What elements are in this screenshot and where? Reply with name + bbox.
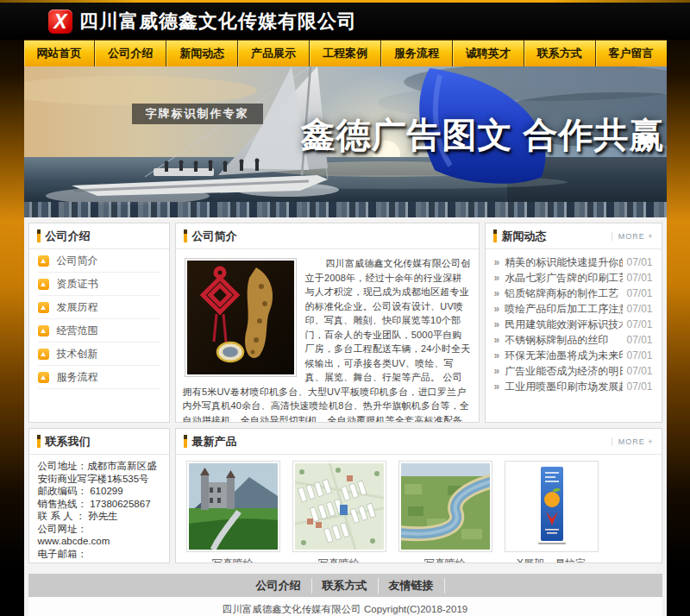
contact-line: 联 系 人 ： 孙先生 (38, 510, 160, 523)
footer-link[interactable]: 友情链接 (379, 578, 445, 594)
news-item-date: 07/01 (626, 380, 652, 393)
news-item-date: 07/01 (626, 256, 652, 268)
contact-line: 电子邮箱： (38, 548, 160, 561)
company-logo-icon[interactable]: X (48, 9, 72, 34)
nav-item-label: 公司介绍 (108, 47, 153, 60)
nav-item-label: 新闻动态 (179, 47, 224, 60)
sidebar-item-label: 服务流程 (57, 370, 98, 385)
company-name[interactable]: 四川富威德鑫文化传媒有限公司 (79, 9, 357, 35)
news-item[interactable]: » 广告业能否成为经济的明日 07/01 (494, 363, 653, 379)
news-item-title: 不锈钢标牌制品的丝印 (505, 333, 623, 348)
nav-item-label: 诚聘英才 (466, 47, 511, 60)
double-arrow-bullet-icon: » (494, 256, 500, 268)
chinese-knot-photo (185, 258, 297, 377)
footer-link[interactable]: 公司介绍 (246, 578, 312, 594)
nav-item-label: 工程案例 (323, 47, 367, 60)
site-header: X 四川富威德鑫文化传媒有限公司 (0, 3, 690, 40)
news-item[interactable]: » 精美的标识能快速提升你的 07/01 (494, 255, 653, 270)
news-item-title: 铝质铭牌商标的制作工艺 (505, 286, 623, 301)
castle-landscape-photo (186, 461, 280, 552)
content-row-2: 联系我们 公司地址：成都市高新区盛安街商业写字楼1栋535号 邮政编码： 610… (28, 428, 662, 563)
contact-line: 公司地址：成都市高新区盛安街商业写字楼1栋535号 (38, 460, 160, 485)
news-more-link[interactable]: MORE + (612, 232, 654, 241)
sidebar-menu-item[interactable]: 资质证书 (38, 273, 160, 296)
nav-item[interactable]: 新闻动态 (166, 41, 237, 66)
product-caption: 写真喷绘 (186, 556, 280, 563)
double-arrow-bullet-icon: » (494, 318, 500, 330)
sidebar-menu: 公司简介 资质证书 发展历程 (29, 249, 169, 389)
product-item[interactable]: X展架、易拉宝 (505, 461, 599, 563)
nav-item[interactable]: 联系方式 (524, 41, 595, 66)
nav-item[interactable]: 客户留言 (595, 41, 667, 66)
news-item-date: 07/01 (626, 334, 652, 346)
news-item[interactable]: » 不锈钢标牌制品的丝印 07/01 (494, 332, 653, 348)
news-item[interactable]: » 民用建筑能效测评标识技术 07/01 (494, 317, 653, 332)
product-item[interactable]: 写真喷绘 (292, 461, 386, 563)
sidebar-item-label: 发展历程 (57, 300, 98, 315)
header-accent-bar (37, 435, 41, 448)
news-item-title: 水晶七彩广告牌的印刷工艺 (505, 271, 623, 286)
nav-item[interactable]: 公司介绍 (94, 41, 166, 66)
main-nav: 网站首页 公司介绍 新闻动态 产品展示 工程案例 服务流程 诚聘英才 联系方式 … (24, 40, 667, 66)
sidebar-menu-item[interactable]: 公司简介 (38, 249, 160, 273)
footer-link[interactable]: 联系方式 (312, 578, 379, 594)
news-item[interactable]: » 工业用喷墨印刷市场发展趋 07/01 (494, 379, 653, 394)
news-item-date: 07/01 (626, 365, 652, 377)
news-box: 新闻动态 MORE + » 精美的标识能快速提升你的 07/01 » (485, 223, 662, 423)
news-item[interactable]: » 铝质铭牌商标的制作工艺 07/01 (494, 286, 653, 301)
box-title: 新闻动态 (502, 229, 547, 244)
news-list: » 精美的标识能快速提升你的 07/01 » 水晶七彩广告牌的印刷工艺 07/0… (486, 249, 662, 394)
box-title: 最新产品 (192, 434, 237, 449)
news-item[interactable]: » 环保无苯油墨将成为未来印 07/01 (494, 348, 653, 363)
up-arrow-icon (38, 325, 49, 336)
contact-line: 公司网址： www.abcde.com (38, 523, 160, 548)
news-item[interactable]: » 喷绘产品印后加工工序注意 07/01 (494, 301, 653, 317)
news-item-title: 环保无苯油墨将成为未来印 (505, 349, 623, 363)
nav-item[interactable]: 工程案例 (309, 41, 380, 66)
page-wrapper: 网站首页 公司介绍 新闻动态 产品展示 工程案例 服务流程 诚聘英才 联系方式 … (24, 40, 667, 616)
double-arrow-bullet-icon: » (494, 365, 500, 377)
sidebar-menu-item[interactable]: 发展历程 (38, 296, 160, 319)
sidebar-menu-item[interactable]: 经营范围 (38, 319, 160, 343)
double-arrow-bullet-icon: » (494, 349, 500, 361)
sidebar-menu-item[interactable]: 技术创新 (38, 343, 160, 366)
product-caption: 写真喷绘 (292, 556, 386, 563)
sidebar-menu-item[interactable]: 服务流程 (38, 366, 160, 389)
header-accent-bar (184, 229, 187, 242)
nav-item[interactable]: 诚聘英才 (452, 41, 524, 66)
nav-item[interactable]: 服务流程 (380, 41, 452, 66)
product-caption: X展架、易拉宝 (505, 556, 599, 563)
news-item-title: 精美的标识能快速提升你的 (505, 255, 623, 270)
double-arrow-bullet-icon: » (494, 334, 500, 346)
contact-line: 邮政编码： 610299 (38, 485, 160, 498)
company-intro-header: 公司介绍 (29, 223, 169, 249)
news-item-date: 07/01 (626, 349, 652, 361)
products-header: 最新产品 MORE + (176, 429, 662, 455)
header-accent-bar (37, 229, 41, 242)
nav-item[interactable]: 网站首页 (24, 41, 95, 66)
box-title: 公司简介 (192, 229, 237, 244)
footer-links-bar: 公司介绍 联系方式 友情链接 (28, 574, 662, 597)
news-item-title: 喷绘产品印后加工工序注意 (505, 302, 623, 317)
news-item[interactable]: » 水晶七彩广告牌的印刷工艺 07/01 (494, 270, 653, 286)
nav-item-label: 服务流程 (394, 47, 439, 60)
nav-item-label: 联系方式 (537, 47, 582, 60)
contact-line: 销售热线： 17380625867 (38, 498, 160, 511)
hero-banner: 字牌标识制作专家 鑫德广告图文 合作共赢 (24, 66, 667, 217)
product-item[interactable]: 写真喷绘 (186, 461, 280, 563)
news-item-date: 07/01 (626, 303, 652, 315)
header-accent-bar (493, 229, 497, 242)
product-item[interactable]: 写真喷绘 (398, 461, 492, 563)
products-more-link[interactable]: MORE + (612, 437, 654, 446)
header-accent-bar (184, 435, 187, 448)
box-title: 公司介绍 (46, 229, 91, 244)
latest-products-box: 最新产品 MORE + (175, 428, 662, 563)
news-item-date: 07/01 (626, 318, 652, 330)
nav-item[interactable]: 产品展示 (237, 41, 309, 66)
company-profile-header: 公司简介 (176, 223, 479, 249)
double-arrow-bullet-icon: » (494, 272, 500, 284)
up-arrow-icon (38, 279, 49, 290)
box-title: 联系我们 (46, 434, 91, 449)
residential-aerial-render (292, 461, 386, 552)
up-arrow-icon (38, 302, 49, 313)
